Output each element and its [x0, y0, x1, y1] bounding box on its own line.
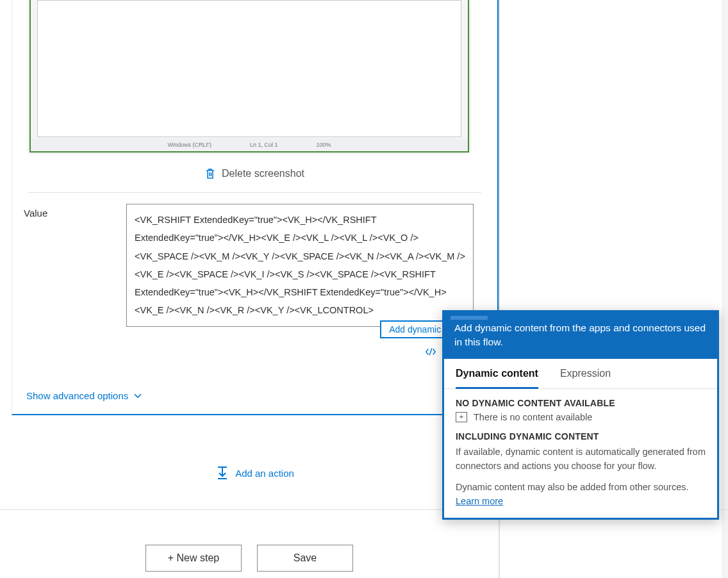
trash-icon: [205, 168, 215, 179]
new-step-button[interactable]: + New step: [145, 545, 242, 572]
statusbar-encoding: Windows (CRLF): [167, 142, 211, 148]
including-heading: INCLUDING DYNAMIC CONTENT: [456, 431, 706, 442]
screenshot-statusbar: Windows (CRLF) Ln 1, Col 1 100%: [31, 138, 468, 151]
code-icon: [425, 347, 436, 356]
screenshot-preview[interactable]: Windows (CRLF) Ln 1, Col 1 100%: [29, 0, 469, 153]
no-content-message: There is no content available: [474, 412, 592, 422]
save-label: Save: [294, 552, 317, 564]
dynamic-content-header-text: Add dynamic content from the apps and co…: [454, 322, 706, 347]
chevron-down-icon: [133, 393, 142, 399]
add-content-icon: +: [456, 412, 467, 422]
divider: [28, 192, 481, 193]
value-label: Value: [24, 204, 113, 219]
dynamic-content-panel: Add dynamic content from the apps and co…: [442, 310, 719, 520]
save-button[interactable]: Save: [257, 545, 353, 572]
tab-expression[interactable]: Expression: [560, 368, 611, 388]
insert-step-icon: [216, 465, 229, 481]
add-action-button[interactable]: Add an action: [12, 465, 499, 481]
add-action-label: Add an action: [235, 468, 294, 479]
panel-nub: [451, 316, 488, 320]
action-card: Windows (CRLF) Ln 1, Col 1 100% Delete s…: [12, 0, 499, 415]
value-input[interactable]: <VK_RSHIFT ExtendedKey="true"><VK_H></VK…: [126, 204, 474, 327]
learn-more-link[interactable]: Learn more: [456, 496, 503, 506]
including-paragraph-2: Dynamic content may also be added from o…: [456, 481, 706, 495]
delete-screenshot-button[interactable]: Delete screenshot: [12, 164, 497, 183]
dynamic-content-tabs: Dynamic content Expression: [444, 359, 717, 389]
dynamic-content-header: Add dynamic content from the apps and co…: [444, 312, 717, 359]
new-step-label: + New step: [168, 552, 219, 564]
footer-buttons: + New step Save: [0, 545, 499, 572]
delete-screenshot-label: Delete screenshot: [222, 168, 304, 179]
show-advanced-options-button[interactable]: Show advanced options: [26, 390, 142, 401]
including-paragraph-1: If available, dynamic content is automat…: [456, 445, 706, 474]
statusbar-zoom: 100%: [317, 142, 331, 148]
screenshot-inner: [37, 0, 461, 137]
no-content-heading: NO DYNAMIC CONTENT AVAILABLE: [456, 398, 706, 408]
dynamic-content-body: NO DYNAMIC CONTENT AVAILABLE + There is …: [444, 389, 717, 518]
show-advanced-label: Show advanced options: [26, 390, 128, 401]
statusbar-position: Ln 1, Col 1: [250, 142, 278, 148]
tab-dynamic-content[interactable]: Dynamic content: [456, 368, 538, 389]
scrollbar[interactable]: [722, 0, 728, 578]
